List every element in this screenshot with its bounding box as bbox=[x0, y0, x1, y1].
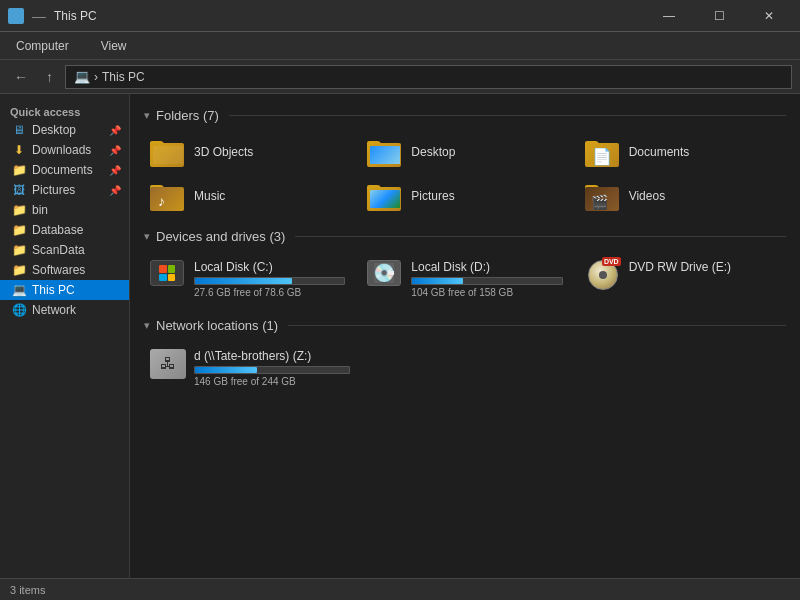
network-drive-z-info: d (\\Tate-brothers) (Z:) 146 GB free of … bbox=[194, 349, 350, 387]
ribbon: Computer View bbox=[0, 32, 800, 60]
sidebar-item-scandata[interactable]: 📁 ScanData bbox=[0, 240, 129, 260]
sidebar-item-desktop[interactable]: 🖥 Desktop 📌 bbox=[0, 120, 129, 140]
drives-section-header: ▾ Devices and drives (3) bbox=[144, 229, 786, 244]
desktop-icon: 🖥 bbox=[12, 123, 26, 137]
title-bar-icon bbox=[8, 8, 24, 24]
network-drive-z-name: d (\\Tate-brothers) (Z:) bbox=[194, 349, 350, 363]
folder-documents-label: Documents bbox=[629, 145, 690, 159]
content-area: ▾ Folders (7) 3D Objects Desktop bbox=[130, 94, 800, 600]
network-drive-z-bar bbox=[194, 366, 350, 374]
drives-grid: Local Disk (C:) 27.6 GB free of 78.6 GB … bbox=[144, 254, 786, 304]
computer-icon: 💻 bbox=[12, 283, 26, 297]
sidebar-item-network-label: Network bbox=[32, 303, 76, 317]
drive-e[interactable]: DVD DVD RW Drive (E:) bbox=[579, 254, 786, 304]
folder-pictures[interactable]: Pictures bbox=[361, 177, 568, 215]
sidebar-item-downloads-label: Downloads bbox=[32, 143, 91, 157]
folder-videos-label: Videos bbox=[629, 189, 665, 203]
sidebar-item-network[interactable]: 🌐 Network bbox=[0, 300, 129, 320]
drive-c[interactable]: Local Disk (C:) 27.6 GB free of 78.6 GB bbox=[144, 254, 351, 304]
bin-icon: 📁 bbox=[12, 203, 26, 217]
sidebar-item-pictures-label: Pictures bbox=[32, 183, 75, 197]
back-button[interactable]: ← bbox=[8, 66, 34, 88]
folder-desktop-icon bbox=[367, 137, 403, 167]
ribbon-tab-view[interactable]: View bbox=[95, 35, 133, 57]
network-drive-z-space: 146 GB free of 244 GB bbox=[194, 376, 350, 387]
sidebar-item-scandata-label: ScanData bbox=[32, 243, 85, 257]
sidebar-item-softwares-label: Softwares bbox=[32, 263, 85, 277]
title-bar-controls: — ☐ ✕ bbox=[646, 0, 792, 32]
sidebar-item-thispc-label: This PC bbox=[32, 283, 75, 297]
scandata-icon: 📁 bbox=[12, 243, 26, 257]
drives-chevron: ▾ bbox=[144, 230, 150, 243]
network-icon: 🌐 bbox=[12, 303, 26, 317]
folder-music-icon bbox=[150, 181, 186, 211]
folder-pictures-icon bbox=[367, 181, 403, 211]
pictures-icon: 🖼 bbox=[12, 183, 26, 197]
sidebar-item-documents-label: Documents bbox=[32, 163, 93, 177]
folder-music[interactable]: Music bbox=[144, 177, 351, 215]
folder-videos[interactable]: 🎬 Videos bbox=[579, 177, 786, 215]
ribbon-tab-computer[interactable]: Computer bbox=[10, 35, 75, 57]
softwares-icon: 📁 bbox=[12, 263, 26, 277]
drive-c-bar bbox=[194, 277, 345, 285]
address-path-text: This PC bbox=[102, 70, 145, 84]
folders-section-header: ▾ Folders (7) bbox=[144, 108, 786, 123]
drive-d-bar bbox=[411, 277, 562, 285]
status-text: 3 items bbox=[10, 584, 45, 596]
title-bar: — This PC — ☐ ✕ bbox=[0, 0, 800, 32]
sidebar-item-softwares[interactable]: 📁 Softwares bbox=[0, 260, 129, 280]
folder-3dobjects[interactable]: 3D Objects bbox=[144, 133, 351, 171]
network-drive-icon: 🖧 bbox=[150, 349, 186, 379]
drive-d-name: Local Disk (D:) bbox=[411, 260, 562, 274]
drive-e-icon: DVD bbox=[585, 260, 621, 290]
sidebar-item-downloads[interactable]: ⬇ Downloads 📌 bbox=[0, 140, 129, 160]
database-icon: 📁 bbox=[12, 223, 26, 237]
main-layout: Quick access 🖥 Desktop 📌 ⬇ Downloads 📌 📁… bbox=[0, 94, 800, 600]
sidebar-item-bin-label: bin bbox=[32, 203, 48, 217]
folder-documents[interactable]: 📄 Documents bbox=[579, 133, 786, 171]
sidebar-item-database[interactable]: 📁 Database bbox=[0, 220, 129, 240]
drive-c-info: Local Disk (C:) 27.6 GB free of 78.6 GB bbox=[194, 260, 345, 298]
pin-icon-documents: 📌 bbox=[109, 165, 121, 176]
folders-divider bbox=[229, 115, 786, 116]
network-section-label: Network locations (1) bbox=[156, 318, 278, 333]
minimize-button[interactable]: — bbox=[646, 0, 692, 32]
drive-d-icon: 💽 bbox=[367, 260, 403, 290]
network-drive-z[interactable]: 🖧 d (\\Tate-brothers) (Z:) 146 GB free o… bbox=[144, 343, 356, 393]
drives-section-label: Devices and drives (3) bbox=[156, 229, 285, 244]
address-sep: › bbox=[94, 70, 98, 84]
drive-c-icon bbox=[150, 260, 186, 290]
sidebar-item-bin[interactable]: 📁 bin bbox=[0, 200, 129, 220]
quick-access-label: Quick access bbox=[0, 102, 129, 120]
sidebar-item-pictures[interactable]: 🖼 Pictures 📌 bbox=[0, 180, 129, 200]
sidebar-item-documents[interactable]: 📁 Documents 📌 bbox=[0, 160, 129, 180]
folders-section-label: Folders (7) bbox=[156, 108, 219, 123]
folder-music-label: Music bbox=[194, 189, 225, 203]
folder-desktop[interactable]: Desktop bbox=[361, 133, 568, 171]
maximize-button[interactable]: ☐ bbox=[696, 0, 742, 32]
drive-c-name: Local Disk (C:) bbox=[194, 260, 345, 274]
pin-icon-downloads: 📌 bbox=[109, 145, 121, 156]
drive-d[interactable]: 💽 Local Disk (D:) 104 GB free of 158 GB bbox=[361, 254, 568, 304]
title-bar-title: This PC bbox=[54, 9, 97, 23]
address-bar: ← ↑ 💻 › This PC bbox=[0, 60, 800, 94]
network-divider bbox=[288, 325, 786, 326]
network-chevron: ▾ bbox=[144, 319, 150, 332]
folder-documents-icon: 📄 bbox=[585, 137, 621, 167]
address-path[interactable]: 💻 › This PC bbox=[65, 65, 792, 89]
close-button[interactable]: ✕ bbox=[746, 0, 792, 32]
documents-icon: 📁 bbox=[12, 163, 26, 177]
folder-videos-icon: 🎬 bbox=[585, 181, 621, 211]
drive-e-name: DVD RW Drive (E:) bbox=[629, 260, 780, 274]
network-section-header: ▾ Network locations (1) bbox=[144, 318, 786, 333]
folder-3dobjects-icon bbox=[150, 137, 186, 167]
folder-desktop-label: Desktop bbox=[411, 145, 455, 159]
drive-e-info: DVD RW Drive (E:) bbox=[629, 260, 780, 277]
pin-icon-pictures: 📌 bbox=[109, 185, 121, 196]
download-icon: ⬇ bbox=[12, 143, 26, 157]
drive-c-space: 27.6 GB free of 78.6 GB bbox=[194, 287, 345, 298]
folder-pictures-label: Pictures bbox=[411, 189, 454, 203]
sidebar-item-desktop-label: Desktop bbox=[32, 123, 76, 137]
up-button[interactable]: ↑ bbox=[40, 66, 59, 88]
sidebar-item-thispc[interactable]: 💻 This PC bbox=[0, 280, 129, 300]
